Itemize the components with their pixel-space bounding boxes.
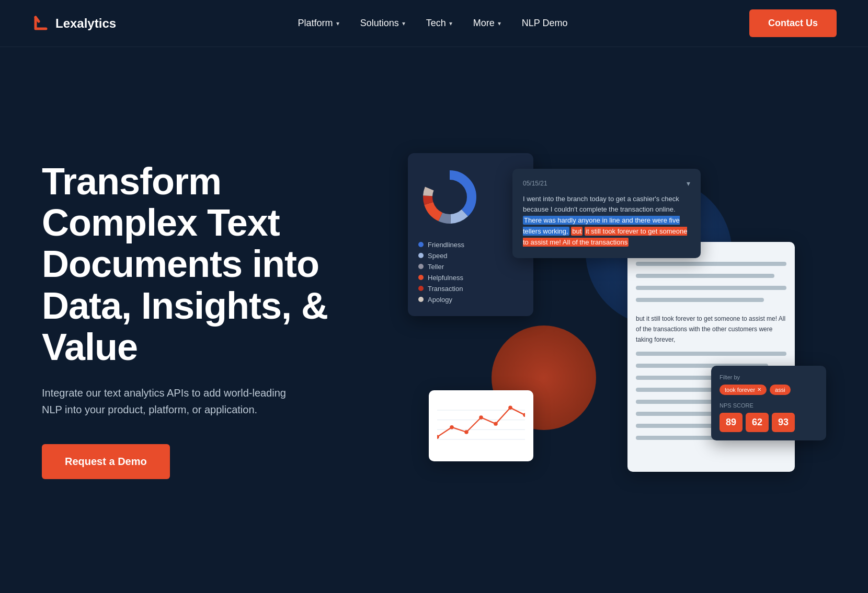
chevron-down-icon: ▾ [498,20,501,27]
filter-label: Filter by [719,374,818,380]
donut-legend: Friendliness Speed Teller Helpfulness Tr… [418,241,523,304]
chevron-down-icon: ▾ [402,20,405,27]
legend-transaction: Transaction [418,285,523,293]
legend-apology: Apology [418,296,523,304]
svg-point-14 [464,430,468,434]
filter-tag-forever: took forever ✕ [719,385,767,395]
doc-line [636,274,774,278]
brand-name: Lexalytics [55,16,116,31]
svg-rect-0 [31,14,50,33]
donut-chart-svg [418,166,481,228]
logo-link[interactable]: Lexalytics [31,14,116,33]
chevron-down-icon: ▾ [336,20,339,27]
legend-speed: Speed [418,252,523,260]
filter-tags: took forever ✕ assi [719,385,818,395]
chevron-down-icon: ▾ [687,179,690,188]
hero-title: Transform Complex Text Documents into Da… [42,161,335,368]
hero-illustrations: Friendliness Speed Teller Helpfulness Tr… [376,137,837,503]
text-annotation-card: 05/15/21 ▾ I went into the branch today … [512,169,701,259]
card-text-header: 05/15/21 ▾ [523,179,690,188]
legend-dot [418,242,424,247]
svg-point-17 [508,405,512,409]
nav-tech[interactable]: Tech ▾ [418,14,461,33]
filter-tag-assi: assi [770,385,791,395]
nps-scores: 89 62 93 [719,413,818,432]
card-text-body: I went into the branch today to get a ca… [523,194,690,248]
legend-dot [418,286,424,291]
nav-more[interactable]: More ▾ [465,14,509,33]
nav-solutions[interactable]: Solutions ▾ [352,14,414,33]
line-chart-card [429,390,533,461]
nav-platform[interactable]: Platform ▾ [290,14,348,33]
doc-line [636,352,786,356]
highlight-orange-but: but [571,227,583,236]
navbar: Lexalytics Platform ▾ Solutions ▾ Tech ▾… [0,0,868,47]
nps-score-1: 89 [719,413,743,432]
chevron-down-icon: ▾ [449,20,452,27]
logo-icon [31,14,50,33]
doc-line [636,286,786,290]
legend-dot [418,275,424,280]
nps-score-2: 62 [746,413,769,432]
hero-left: Transform Complex Text Documents into Da… [42,161,335,479]
legend-friendliness: Friendliness [418,241,523,249]
hero-subtitle: Integrate our text analytics APIs to add… [42,385,303,418]
filter-nps-card: Filter by took forever ✕ assi NPS SCORE … [711,366,826,440]
svg-point-15 [479,415,483,419]
close-icon: ✕ [757,387,761,392]
legend-dot [418,297,424,302]
nav-links: Platform ▾ Solutions ▾ Tech ▾ More ▾ NLP [290,14,576,33]
doc-line [636,262,786,266]
legend-teller: Teller [418,263,523,271]
nps-score-3: 93 [772,413,795,432]
nps-label: NPS SCORE [719,402,818,409]
legend-dot [418,253,424,258]
line-chart-svg [437,399,525,451]
card-date: 05/15/21 [523,180,547,187]
contact-button[interactable]: Contact Us [749,9,837,37]
doc-line [636,298,764,302]
svg-point-13 [450,425,453,428]
svg-point-7 [435,182,464,212]
legend-helpfulness: Helpfulness [418,274,523,282]
legend-dot [418,264,424,269]
hero-section: Transform Complex Text Documents into Da… [0,47,868,593]
request-demo-button[interactable]: Request a Demo [42,444,170,479]
doc-text-excerpt: but it still took forever to get someone… [636,313,786,345]
svg-point-16 [494,422,497,425]
nav-nlp-demo[interactable]: NLP Demo [513,14,576,33]
